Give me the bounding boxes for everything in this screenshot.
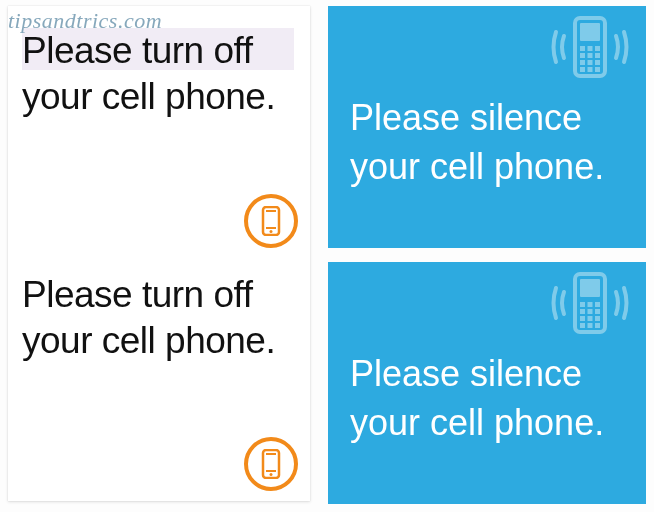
svg-rect-29	[588, 309, 593, 314]
svg-rect-20	[580, 67, 585, 72]
left-panel: Please turn off your cell phone. Please …	[8, 6, 310, 501]
svg-rect-11	[580, 46, 585, 51]
left-item-1: Please turn off your cell phone.	[8, 10, 310, 254]
svg-rect-15	[588, 53, 593, 58]
svg-rect-13	[595, 46, 600, 51]
svg-rect-18	[588, 60, 593, 65]
svg-rect-22	[595, 67, 600, 72]
svg-rect-10	[580, 23, 600, 41]
phone-vibrate-icon	[542, 12, 638, 86]
svg-rect-14	[580, 53, 585, 58]
watermark-text: tipsandtrics.com	[8, 8, 162, 34]
svg-rect-12	[588, 46, 593, 51]
svg-point-8	[270, 473, 273, 476]
cellphone-icon	[244, 437, 298, 491]
phone-vibrate-icon	[542, 268, 638, 342]
right-panel: Please silence your cell phone.	[328, 6, 646, 506]
svg-rect-36	[595, 323, 600, 328]
blue-card-2-text: Please silence your cell phone.	[350, 350, 646, 447]
svg-rect-21	[588, 67, 593, 72]
svg-rect-16	[595, 53, 600, 58]
svg-rect-19	[595, 60, 600, 65]
svg-rect-17	[580, 60, 585, 65]
svg-rect-24	[580, 279, 600, 297]
svg-rect-27	[595, 302, 600, 307]
layout-container: Please turn off your cell phone. Please …	[0, 0, 654, 512]
svg-rect-34	[580, 323, 585, 328]
blue-card-1: Please silence your cell phone.	[328, 6, 646, 248]
cellphone-icon	[244, 194, 298, 248]
left-item-1-text: Please turn off your cell phone.	[22, 28, 294, 121]
svg-rect-32	[588, 316, 593, 321]
blue-card-1-text: Please silence your cell phone.	[350, 94, 646, 191]
svg-rect-31	[580, 316, 585, 321]
svg-rect-30	[595, 309, 600, 314]
svg-rect-35	[588, 323, 593, 328]
svg-point-4	[270, 230, 273, 233]
svg-rect-26	[588, 302, 593, 307]
left-item-2-text: Please turn off your cell phone.	[22, 272, 294, 365]
blue-card-2: Please silence your cell phone.	[328, 262, 646, 504]
svg-rect-33	[595, 316, 600, 321]
svg-rect-25	[580, 302, 585, 307]
left-item-2: Please turn off your cell phone.	[8, 254, 310, 498]
svg-rect-28	[580, 309, 585, 314]
